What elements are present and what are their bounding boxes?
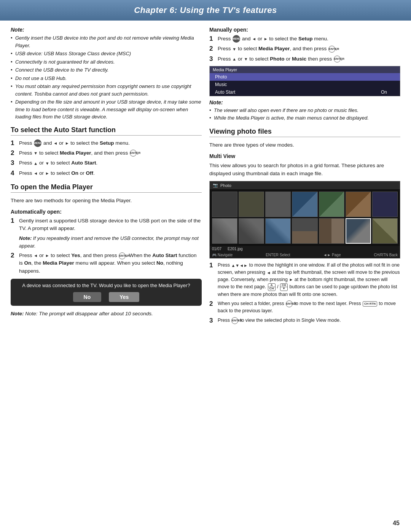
- manual-step-2: 2 Press ▼ to select Media Player, and th…: [209, 45, 400, 53]
- mps-autostart-row: Auto Start On: [210, 88, 400, 96]
- auto-open-title: Automatically open:: [11, 209, 202, 215]
- photo-cell: [319, 218, 344, 244]
- photo-cell: [292, 218, 317, 244]
- ch-up-icon: ACH: [268, 283, 276, 291]
- media-note-title: Note:: [209, 99, 400, 105]
- left-column: Note: Gently insert the USB device into …: [11, 27, 202, 328]
- multi-view-title: Multi View: [209, 153, 400, 159]
- photo-grid-screen: 📷 Photo 01/07 E201.jp: [209, 181, 400, 259]
- step-2: 2 Press ▼ to select Media Player, and th…: [11, 149, 202, 157]
- mv-step-3: 3 Press ENTER to view the selected photo…: [209, 317, 400, 324]
- media-player-note: Note: The viewer will also open even if …: [209, 99, 400, 121]
- enter-icon6: ENTER: [231, 317, 238, 324]
- prompt-buttons: No Yes: [16, 292, 196, 302]
- chrtn-key-icon: CH RTN: [363, 301, 377, 307]
- menu-key2-icon: MENU: [233, 35, 240, 43]
- right-column: Manually open: 1 Press MENU and ◄ or ► t…: [209, 27, 400, 328]
- ch-down-icon: CH▼: [280, 283, 288, 291]
- photo-cell: [372, 218, 398, 244]
- section-open-media-title: To open the Media Player: [11, 183, 202, 193]
- manual-step-1: 1 Press MENU and ◄ or ► to select the Se…: [209, 35, 400, 43]
- note-item: Depending on the file size and amount in…: [11, 98, 202, 121]
- page-number: 45: [393, 520, 400, 527]
- mps-photo-row: Photo: [210, 73, 400, 81]
- manually-open-steps: 1 Press MENU and ◄ or ► to select the Se…: [209, 35, 400, 63]
- pgs-status: 01/07 E201.jpg: [210, 246, 400, 252]
- photo-cell: [265, 192, 291, 217]
- manually-open-title: Manually open:: [209, 27, 400, 33]
- section-auto-start-title: To select the Auto Start function: [11, 126, 202, 136]
- photo-cell: [265, 218, 291, 244]
- enter-icon3: ENTER: [328, 46, 335, 53]
- mps-music-row: Music: [210, 81, 400, 88]
- step-1: 1 Press MENU and ◄ or ► to select the Se…: [11, 139, 202, 147]
- enter-icon2: ENTER: [119, 252, 126, 259]
- step-4: 4 Press ◄ or ► to select On or Off.: [11, 169, 202, 177]
- note-item: USB device: USB Mass Storage Class devic…: [11, 50, 202, 58]
- enter-icon4: ENTER: [334, 56, 341, 62]
- mv-step-2: 2 When you select a folder, press ENTER …: [209, 300, 400, 315]
- pgs-footer: 🎮 Navigate ENTER Select ◄► Page CH/RTN B…: [210, 252, 400, 258]
- mv-step-1: 1 Press ▲▼◄► to move the highlight in on…: [209, 262, 400, 298]
- photo-cell: [239, 192, 264, 217]
- media-player-screen: Media Player Photo Music Auto Start On: [209, 66, 400, 96]
- prompt-message: A device was connected to the TV. Would …: [16, 283, 196, 288]
- auto-open-step-1: 1 Gently insert a supported USB storage …: [11, 217, 202, 233]
- manual-step-3: 3 Press ▲ or ▼ to select Photo or Music …: [209, 55, 400, 63]
- enter-icon: ENTER: [130, 150, 137, 157]
- prompt-disappear-note: Note: Note: The prompt will disappear af…: [11, 310, 202, 318]
- chapter-title: Chapter 6: Using the TV's features: [8, 5, 403, 15]
- page-header: Chapter 6: Using the TV's features: [0, 0, 411, 21]
- auto-open-step-2: 2 Press ◄ or ► to select Yes, and then p…: [11, 252, 202, 275]
- photo-cell: [212, 218, 237, 244]
- multi-view-steps: 1 Press ▲▼◄► to move the highlight in on…: [209, 262, 400, 324]
- yes-button[interactable]: Yes: [109, 292, 139, 302]
- media-note-item-2: While the Media Player is active, the ma…: [209, 114, 400, 122]
- pgs-grid: [210, 189, 400, 246]
- photo-cell: [346, 192, 371, 217]
- media-player-screen-title: Media Player: [213, 67, 237, 72]
- note-item: Connect the USB device to the TV directl…: [11, 66, 202, 74]
- note-title: Note:: [11, 27, 202, 33]
- photo-cell: [292, 192, 317, 217]
- multi-view-desc: This view allows you to search for photo…: [209, 161, 400, 178]
- step-3: 3 Press ▲ or ▼ to select Auto Start.: [11, 159, 202, 167]
- top-note-box: Note: Gently insert the USB device into …: [11, 27, 202, 121]
- note-list: Gently insert the USB device into the po…: [11, 34, 202, 121]
- pgs-title: Photo: [220, 183, 231, 188]
- photo-cell-selected: [346, 218, 371, 244]
- pgs-header: 📷 Photo: [210, 181, 400, 189]
- viewing-photo-title: Viewing photo files: [209, 128, 400, 137]
- mps-header: Media Player: [210, 66, 400, 73]
- media-note-list: The viewer will also open even if there …: [209, 107, 400, 121]
- photo-cell: [319, 192, 344, 217]
- media-player-prompt-box: A device was connected to the TV. Would …: [11, 279, 202, 306]
- note-item: Do not use a USB Hub.: [11, 75, 202, 82]
- note-item: Connectivity is not guaranteed for all d…: [11, 58, 202, 66]
- media-note-item-1: The viewer will also open even if there …: [209, 107, 400, 114]
- note-item: You must obtain any required permission …: [11, 83, 202, 97]
- photo-cell: [212, 192, 237, 217]
- auto-open-note: Note: If you repeatedly insert and remov…: [11, 235, 202, 249]
- open-media-intro: There are two methods for opening the Me…: [11, 197, 202, 205]
- auto-open-steps: 1 Gently insert a supported USB storage …: [11, 217, 202, 275]
- camera-icon: 📷: [213, 183, 218, 188]
- no-button[interactable]: No: [73, 292, 102, 302]
- page-body: Note: Gently insert the USB device into …: [0, 27, 411, 335]
- note-item: Gently insert the USB device into the po…: [11, 34, 202, 49]
- auto-start-steps: 1 Press MENU and ◄ or ► to select the Se…: [11, 139, 202, 177]
- photo-cell: [372, 192, 398, 217]
- menu-key-icon: MENU: [34, 139, 41, 147]
- viewing-intro: There are three types of view modes.: [209, 141, 400, 149]
- photo-cell: [239, 218, 264, 244]
- enter-icon5: ENTER: [286, 300, 293, 307]
